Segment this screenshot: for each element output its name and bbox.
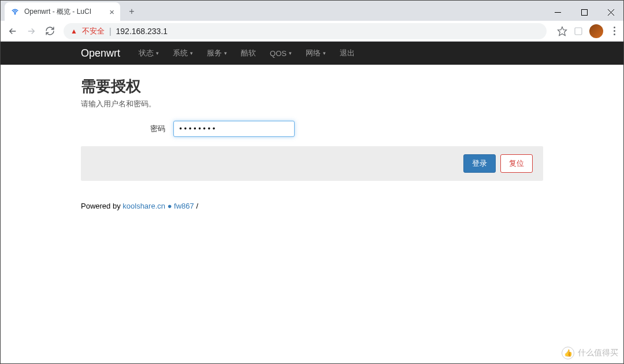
svg-point-0 — [14, 14, 15, 14]
svg-rect-2 — [581, 9, 587, 15]
footer-link-koolshare[interactable]: koolshare.cn — [122, 202, 165, 210]
nav-item-4[interactable]: QOS▾ — [263, 48, 299, 58]
menu-button[interactable] — [609, 27, 619, 35]
close-window-button[interactable] — [597, 3, 624, 21]
url-text: 192.168.233.1 — [116, 27, 168, 36]
nav-item-2[interactable]: 服务▾ — [200, 48, 234, 58]
chevron-down-icon: ▾ — [224, 50, 227, 56]
nav-item-6[interactable]: 退出 — [333, 48, 362, 58]
extension-icon[interactable] — [573, 26, 584, 36]
nav-item-5[interactable]: 网络▾ — [299, 48, 333, 58]
svg-marker-5 — [558, 27, 567, 35]
page-subtitle: 请输入用户名和密码。 — [81, 99, 543, 109]
login-button[interactable]: 登录 — [463, 154, 496, 173]
back-button[interactable] — [5, 23, 21, 39]
password-input[interactable] — [173, 121, 295, 137]
footer: Powered by koolshare.cn ● fw867 / — [81, 202, 543, 210]
brand-label[interactable]: Openwrt — [81, 47, 120, 60]
actions-bar: 登录 复位 — [81, 146, 543, 181]
profile-avatar[interactable] — [589, 24, 603, 38]
watermark: 👍 什么值得买 — [562, 347, 618, 359]
bookmark-icon[interactable] — [557, 26, 567, 36]
chevron-down-icon: ▾ — [190, 50, 193, 56]
password-label: 密码 — [81, 124, 173, 134]
insecure-label: 不安全 — [82, 26, 105, 36]
browser-tab[interactable]: Openwrt - 概览 - LuCI × — [5, 2, 120, 21]
main-navbar: Openwrt 状态▾系统▾服务▾酷软QOS▾网络▾退出 — [0, 42, 624, 65]
footer-link-fw867[interactable]: fw867 — [174, 202, 194, 210]
thumbs-up-icon: 👍 — [562, 347, 574, 359]
tab-title: Openwrt - 概览 - LuCI — [24, 7, 91, 17]
warning-icon: ▲ — [70, 27, 77, 35]
address-bar[interactable]: ▲ 不安全 | 192.168.233.1 — [64, 23, 547, 39]
maximize-button[interactable] — [571, 3, 597, 21]
reset-button[interactable]: 复位 — [500, 154, 533, 173]
forward-button[interactable] — [23, 23, 39, 39]
chevron-down-icon: ▾ — [156, 50, 159, 56]
new-tab-button[interactable]: + — [124, 3, 140, 20]
svg-rect-6 — [575, 28, 582, 35]
chevron-down-icon: ▾ — [289, 50, 292, 56]
page-title: 需要授权 — [81, 76, 543, 96]
reload-button[interactable] — [42, 23, 58, 39]
close-icon[interactable]: × — [109, 7, 114, 17]
minimize-button[interactable] — [544, 3, 571, 21]
nav-item-3[interactable]: 酷软 — [234, 48, 263, 58]
nav-item-1[interactable]: 系统▾ — [166, 48, 200, 58]
wifi-icon — [10, 7, 20, 16]
chevron-down-icon: ▾ — [323, 50, 326, 56]
nav-item-0[interactable]: 状态▾ — [132, 48, 166, 58]
